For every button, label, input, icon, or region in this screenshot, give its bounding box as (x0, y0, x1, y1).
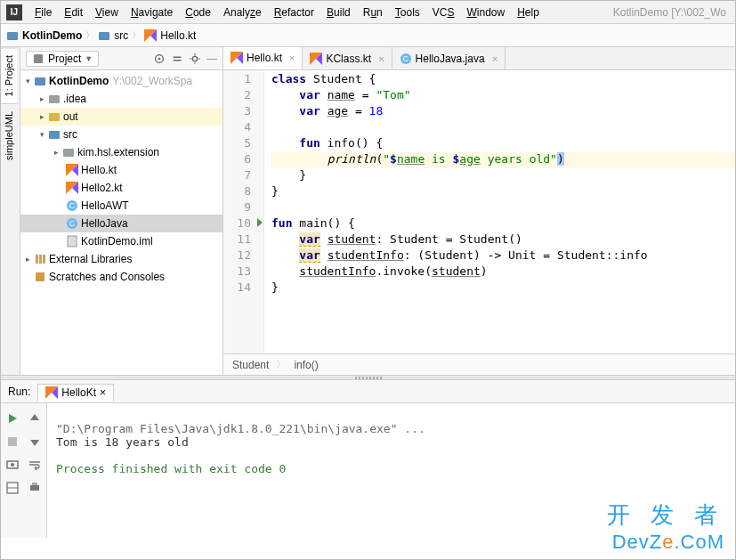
chevron-right-icon[interactable]: ▸ (51, 148, 61, 157)
svg-rect-0 (7, 32, 18, 40)
menu-run[interactable]: Run (358, 4, 388, 21)
locate-icon[interactable] (153, 53, 166, 65)
print-icon[interactable] (28, 481, 42, 495)
out-folder-icon (48, 110, 61, 123)
svg-rect-9 (49, 95, 60, 103)
java-class-icon: C (66, 199, 78, 212)
menu-file[interactable]: File (29, 4, 57, 21)
svg-rect-11 (49, 131, 60, 139)
breadcrumb-root[interactable]: KotlinDemo (6, 29, 82, 42)
menu-edit[interactable]: Edit (59, 4, 88, 21)
menu-navigate[interactable]: Navigate (125, 4, 178, 21)
project-tree[interactable]: ▾ KotlinDemo Y:\002_WorkSpa ▸ .idea ▸ ou… (20, 70, 222, 375)
chevron-right-icon: 〉 (276, 357, 287, 372)
code-editor[interactable]: 1 2 3 4 5 6 7 8 9 10 11 12 13 14 class S… (223, 70, 735, 353)
kotlin-file-icon (231, 52, 243, 64)
svg-rect-4 (34, 54, 43, 63)
layout-icon[interactable] (5, 481, 20, 495)
menu-vcs[interactable]: VCS (427, 4, 460, 21)
tree-root[interactable]: ▾ KotlinDemo Y:\002_WorkSpa (20, 72, 222, 90)
svg-rect-25 (36, 272, 44, 281)
kotlin-file-icon (144, 29, 157, 42)
svg-marker-34 (9, 414, 17, 423)
menu-tools[interactable]: Tools (390, 4, 425, 21)
tab-kclass-kt[interactable]: KClass.kt × (303, 47, 392, 69)
up-icon[interactable] (28, 411, 42, 426)
svg-rect-23 (39, 255, 42, 264)
tree-file-hello2[interactable]: Hello2.kt (20, 179, 222, 197)
run-output[interactable]: "D:\Program Files\Java\jdk1.8.0_221\bin\… (47, 403, 735, 538)
kotlin-file-icon (66, 164, 78, 176)
tree-file-awt[interactable]: C HelloAWT (20, 197, 222, 215)
bc-class[interactable]: Student (232, 359, 269, 371)
horizontal-splitter[interactable] (1, 375, 735, 380)
project-view-dropdown[interactable]: Project ▼ (26, 51, 99, 67)
menu-help[interactable]: Help (512, 4, 545, 21)
close-icon[interactable]: × (289, 53, 295, 63)
breadcrumb-src[interactable]: src (98, 29, 128, 42)
tree-file-hellojava[interactable]: C HelloJava (20, 215, 222, 232)
tree-src[interactable]: ▾ src (20, 126, 222, 143)
menu-window[interactable]: Window (461, 4, 510, 21)
chevron-down-icon[interactable]: ▾ (36, 130, 47, 139)
svg-rect-40 (30, 485, 39, 491)
chevron-right-icon[interactable]: ▸ (36, 112, 47, 121)
svg-rect-41 (32, 483, 37, 485)
project-icon (32, 53, 44, 65)
svg-text:C: C (402, 54, 408, 63)
svg-rect-12 (63, 149, 74, 157)
java-class-icon: C (400, 53, 412, 65)
code-content[interactable]: class Student { var name = "Tom" var age… (264, 70, 735, 353)
screenshot-icon[interactable] (5, 458, 20, 472)
down-icon[interactable] (28, 434, 42, 449)
tool-tab-project[interactable]: 1: Project (1, 47, 17, 103)
tree-package[interactable]: ▸ kim.hsl.extension (20, 143, 222, 161)
rerun-icon[interactable] (5, 411, 20, 426)
editor-area: Hello.kt × KClass.kt × C HelloJava.java … (223, 47, 735, 375)
chevron-right-icon[interactable]: ▸ (36, 94, 47, 103)
expand-icon[interactable] (171, 53, 183, 65)
project-panel: Project ▼ — ▾ KotlinDemo Y:\002_WorkSpa … (20, 47, 223, 375)
svg-point-6 (158, 57, 161, 60)
chevron-down-icon[interactable]: ▾ (22, 77, 33, 85)
tool-tab-simpleuml[interactable]: simpleUML (1, 103, 17, 167)
tab-hellojava-java[interactable]: C HelloJava.java × (392, 47, 505, 69)
close-icon[interactable]: × (378, 53, 384, 64)
close-icon[interactable]: × (100, 386, 106, 399)
menu-view[interactable]: View (90, 4, 124, 21)
bc-function[interactable]: info() (294, 359, 318, 371)
gutter[interactable]: 1 2 3 4 5 6 7 8 9 10 11 12 13 14 (223, 70, 264, 353)
svg-rect-22 (36, 255, 38, 264)
tree-file-iml[interactable]: KotlinDemo.iml (20, 232, 222, 250)
close-icon[interactable]: × (492, 53, 497, 64)
kotlin-file-icon (310, 53, 322, 65)
soft-wrap-icon[interactable] (28, 458, 42, 472)
svg-rect-1 (99, 32, 109, 40)
menu-build[interactable]: Build (321, 4, 356, 21)
svg-rect-10 (49, 113, 60, 121)
menu-code[interactable]: Code (180, 4, 216, 21)
gear-icon[interactable] (189, 53, 201, 65)
tab-hello-kt[interactable]: Hello.kt × (223, 47, 303, 69)
stop-icon[interactable] (5, 434, 20, 449)
tree-file-hello[interactable]: Hello.kt (20, 161, 222, 179)
left-tool-strip: 1: Project simpleUML (1, 47, 20, 375)
tree-scratches[interactable]: Scratches and Consoles (20, 268, 222, 286)
menu-analyze[interactable]: Analyze (218, 4, 267, 21)
chevron-right-icon: 〉 (132, 29, 141, 42)
nav-breadcrumbs: KotlinDemo 〉 src 〉 Hello.kt (1, 24, 735, 47)
tree-idea[interactable]: ▸ .idea (20, 90, 222, 108)
run-gutter-icon[interactable] (257, 218, 263, 227)
breadcrumb-file[interactable]: Hello.kt (144, 29, 196, 42)
run-tab-hellokt[interactable]: HelloKt × (37, 384, 114, 402)
iml-file-icon (66, 235, 78, 248)
tree-out[interactable]: ▸ out (20, 108, 222, 126)
run-panel: Run: HelloKt × "D:\Program Files\Java\jd… (1, 380, 735, 538)
hide-panel-icon[interactable]: — (206, 53, 217, 65)
scratches-icon (34, 271, 46, 283)
src-folder-icon (48, 128, 61, 141)
menu-refactor[interactable]: Refactor (269, 4, 319, 21)
chevron-right-icon[interactable]: ▸ (22, 255, 33, 264)
tree-external-libs[interactable]: ▸ External Libraries (20, 250, 222, 268)
menu-bar: IJ File Edit View Navigate Code Analyze … (1, 1, 735, 24)
